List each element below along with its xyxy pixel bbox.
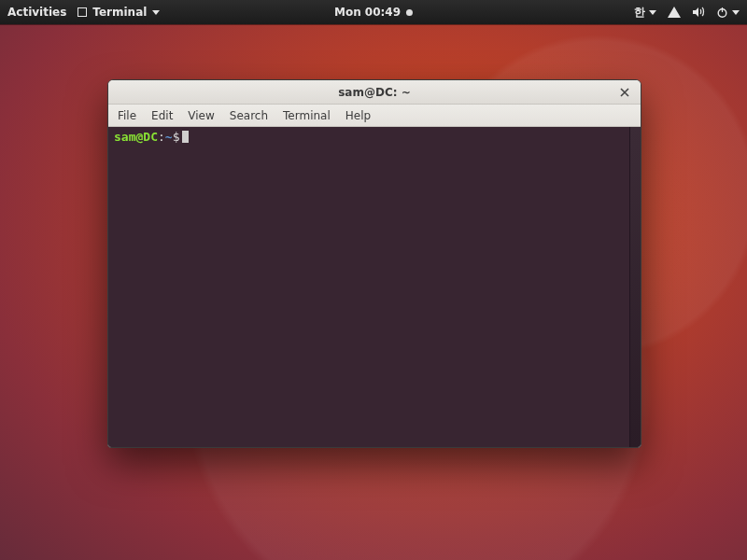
clock-label: Mon 00:49	[334, 6, 401, 19]
menu-view[interactable]: View	[188, 109, 214, 122]
gnome-top-panel: Activities Terminal Mon 00:49 한	[0, 0, 747, 24]
menu-help[interactable]: Help	[345, 109, 371, 122]
prompt-symbol: $	[173, 130, 180, 144]
menu-edit[interactable]: Edit	[151, 109, 173, 122]
power-icon[interactable]	[716, 7, 740, 19]
app-menu[interactable]: Terminal	[78, 6, 160, 19]
menu-terminal[interactable]: Terminal	[283, 109, 331, 122]
input-source[interactable]: 한	[634, 5, 656, 21]
svg-rect-1	[722, 7, 723, 12]
activities-button[interactable]: Activities	[7, 6, 66, 19]
volume-icon[interactable]	[692, 7, 705, 18]
prompt-userhost: sam@DC	[114, 130, 158, 144]
chevron-down-icon	[649, 10, 656, 15]
menubar: File Edit View Search Terminal Help	[108, 105, 641, 127]
prompt-sep: :	[158, 130, 165, 144]
input-source-label: 한	[634, 5, 645, 21]
close-button[interactable]	[616, 84, 633, 101]
menu-search[interactable]: Search	[230, 109, 268, 122]
terminal-window: sam@DC: ~ File Edit View Search Terminal…	[107, 79, 641, 448]
terminal-viewport[interactable]: sam@DC:~$	[108, 127, 629, 447]
close-icon	[620, 88, 629, 97]
prompt-path: ~	[165, 130, 173, 144]
terminal-scrollbar[interactable]	[629, 127, 641, 447]
clock[interactable]: Mon 00:49	[334, 6, 413, 19]
terminal-app-icon	[78, 7, 87, 17]
window-title: sam@DC: ~	[338, 86, 411, 99]
app-menu-label: Terminal	[92, 6, 147, 19]
cursor-icon	[182, 131, 189, 143]
menu-file[interactable]: File	[118, 109, 136, 122]
chevron-down-icon	[152, 10, 160, 15]
chevron-down-icon	[732, 10, 740, 15]
notification-dot-icon	[406, 9, 413, 16]
network-icon[interactable]	[668, 7, 681, 18]
window-titlebar[interactable]: sam@DC: ~	[108, 80, 641, 105]
